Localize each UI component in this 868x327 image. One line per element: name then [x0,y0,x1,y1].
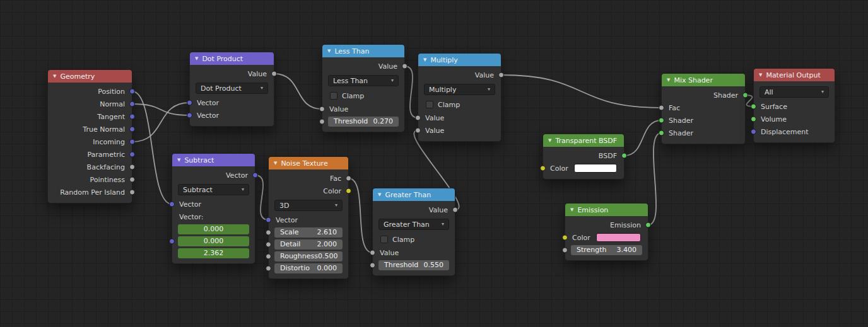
socket-true-normal[interactable] [129,127,135,132]
socket-value[interactable] [271,71,277,77]
node-header-multiply[interactable]: ▼ Multiply [418,54,501,66]
node-less-than[interactable]: ▼ Less Than Value Less Than ▾ Clamp Valu… [322,44,405,132]
socket-parametric[interactable] [129,152,135,158]
socket-pointiness[interactable] [129,177,135,183]
collapse-icon[interactable]: ▼ [195,57,198,61]
socket-value[interactable] [402,64,408,69]
operation-select[interactable]: Less Than ▾ [328,75,399,86]
socket-surface[interactable] [751,104,756,110]
socket-bsdf[interactable] [621,153,627,159]
socket-shader-1[interactable] [659,118,664,123]
socket-strength[interactable] [562,247,568,253]
node-header-dot-product[interactable]: ▼ Dot Product [190,52,274,65]
collapse-icon[interactable]: ▼ [548,139,551,143]
socket-shader-output[interactable] [742,93,748,98]
operation-select[interactable]: Multiply ▾ [424,84,495,95]
distortion-slider[interactable]: Distortio 0.000 [274,263,343,273]
node-noise-texture[interactable]: ▼ Noise Texture Fac Color 3D ▾ Vector Sc… [268,156,349,279]
threshold-slider[interactable]: Threshold 0.270 [328,117,399,127]
socket-fac[interactable] [346,176,351,181]
collapse-icon[interactable]: ▼ [759,73,762,77]
socket-random-per-island[interactable] [129,190,135,195]
node-dot-product[interactable]: ▼ Dot Product Value Dot Product ▾ Vector… [189,52,274,127]
operation-select[interactable]: Greater Than ▾ [378,219,449,230]
clamp-checkbox[interactable] [426,101,433,108]
socket-emission[interactable] [645,222,651,228]
strength-slider[interactable]: Strength 3.400 [571,245,642,255]
socket-value-input[interactable] [319,106,325,112]
color-swatch[interactable] [596,233,641,242]
socket-vector-1[interactable] [169,202,175,207]
socket-vector[interactable] [266,217,271,223]
socket-vector-1[interactable] [187,100,192,106]
vector-z-field[interactable]: 2.362 [178,248,249,258]
node-emission[interactable]: ▼ Emission Emission Color Strength 3.400 [565,203,648,261]
socket-fac[interactable] [659,105,664,111]
node-header-emission[interactable]: ▼ Emission [565,204,648,216]
node-header-greater-than[interactable]: ▼ Greater Than [373,188,455,201]
socket-shader-2[interactable] [659,130,664,136]
node-subtract[interactable]: ▼ Subtract Vector Subtract ▾ Vector Vect… [172,153,255,264]
node-editor-canvas[interactable]: ▼ Geometry Position Normal Tangent True … [0,0,868,327]
node-mix-shader[interactable]: ▼ Mix Shader Shader Fac Shader Shader [661,73,746,144]
collapse-icon[interactable]: ▼ [274,161,277,166]
socket-tangent[interactable] [129,114,135,120]
socket-color[interactable] [540,166,546,171]
node-header-less-than[interactable]: ▼ Less Than [322,45,404,57]
socket-roughness[interactable] [266,253,271,259]
dimensions-select[interactable]: 3D ▾ [274,200,343,211]
field-label: Threshold [334,117,368,125]
clamp-checkbox[interactable] [380,236,388,243]
socket-value[interactable] [452,207,458,213]
node-header-mix-shader[interactable]: ▼ Mix Shader [662,74,745,86]
node-multiply[interactable]: ▼ Multiply Value Multiply ▾ Clamp Value … [418,53,501,142]
scale-slider[interactable]: Scale 2.610 [274,227,343,238]
node-header-subtract[interactable]: ▼ Subtract [172,154,255,166]
socket-value-1[interactable] [415,115,421,121]
socket-threshold[interactable] [370,262,375,268]
socket-threshold[interactable] [319,118,325,124]
collapse-icon[interactable]: ▼ [378,193,381,197]
node-header-material-output[interactable]: ▼ Material Output [754,69,835,81]
vector-x-field[interactable]: 0.000 [178,224,249,234]
node-transparent-bsdf[interactable]: ▼ Transparent BSDF BSDF Color [542,134,625,180]
roughness-slider[interactable]: Roughness 0.500 [274,251,343,261]
collapse-icon[interactable]: ▼ [327,49,331,54]
collapse-icon[interactable]: ▼ [570,208,573,212]
socket-detail[interactable] [266,241,271,247]
node-geometry[interactable]: ▼ Geometry Position Normal Tangent True … [47,69,132,204]
collapse-icon[interactable]: ▼ [423,58,426,62]
target-select[interactable]: All ▾ [760,86,829,98]
socket-scale[interactable] [266,229,271,235]
socket-incoming[interactable] [129,139,135,145]
socket-position[interactable] [129,89,135,95]
collapse-icon[interactable]: ▼ [53,74,56,79]
detail-slider[interactable]: Detail 2.000 [274,239,343,250]
node-header-transparent-bsdf[interactable]: ▼ Transparent BSDF [543,134,624,147]
socket-value[interactable] [498,72,504,78]
socket-vector-2[interactable] [187,113,192,118]
socket-vector-2[interactable] [169,238,175,244]
socket-distortion[interactable] [266,265,271,271]
socket-value-input[interactable] [370,250,375,256]
operation-select[interactable]: Subtract ▾ [178,184,249,195]
collapse-icon[interactable]: ▼ [177,158,180,163]
node-material-output[interactable]: ▼ Material Output All ▾ Surface Volume D… [753,68,835,143]
vector-y-field[interactable]: 0.000 [178,236,249,246]
clamp-checkbox[interactable] [330,92,337,100]
socket-normal[interactable] [129,101,135,107]
threshold-slider[interactable]: Threshold 0.550 [378,260,449,270]
socket-volume[interactable] [751,117,756,122]
socket-color[interactable] [562,235,568,241]
node-greater-than[interactable]: ▼ Greater Than Value Greater Than ▾ Clam… [372,188,455,276]
socket-displacement[interactable] [751,129,756,135]
operation-select[interactable]: Dot Product ▾ [196,83,268,94]
socket-backfacing[interactable] [129,164,135,170]
collapse-icon[interactable]: ▼ [667,78,670,83]
node-header-noise-texture[interactable]: ▼ Noise Texture [269,157,348,169]
socket-vector-output[interactable] [252,173,258,178]
color-swatch[interactable] [574,164,617,173]
socket-value-2[interactable] [415,128,421,134]
socket-color[interactable] [346,188,351,194]
node-header-geometry[interactable]: ▼ Geometry [48,70,132,83]
